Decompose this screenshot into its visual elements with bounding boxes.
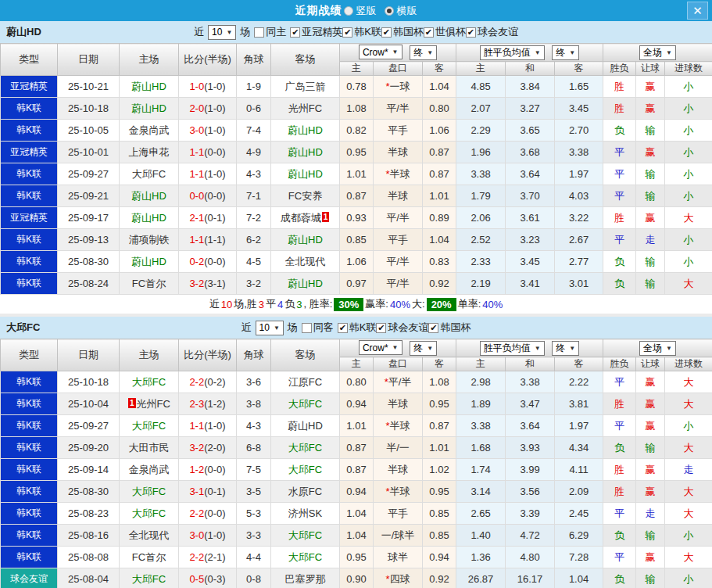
- cell-asian-away-odds: 0.95: [423, 393, 456, 415]
- cell-euro-away-odds: 2.45: [555, 503, 603, 525]
- cell-asian-handicap: 一/球半: [374, 525, 423, 547]
- cell-home-team: 大邱FC: [120, 415, 179, 437]
- col-header-date: 日期: [58, 339, 120, 371]
- cell-away-team: 成都蓉城1: [271, 207, 340, 229]
- summary-bar: 近10场,胜3平4负3, 胜率:30%赢率:40%大:20%单率:40%: [0, 295, 712, 317]
- subcol-asian-handicap: 盘口: [374, 62, 423, 76]
- cell-asian-handicap: *四球: [374, 568, 423, 588]
- cell-asian-away-odds: 1.06: [423, 120, 456, 142]
- cell-away-team: 蔚山HD: [271, 273, 340, 295]
- competition-filter[interactable]: 亚冠精英: [290, 25, 342, 39]
- section-header: 大邱FC 近 10 场 同客 韩K联球会友谊韩国杯: [0, 317, 712, 339]
- layout-radio-vertical[interactable]: 竖版: [342, 4, 377, 18]
- competition-filter-group: 韩K联球会友谊韩国杯: [338, 321, 471, 335]
- cell-corners: 0-8: [237, 568, 271, 588]
- subcol-wdl: 胜负: [603, 62, 636, 76]
- competition-filter[interactable]: 球会友谊: [376, 321, 428, 335]
- radio-checked-icon[interactable]: [385, 6, 394, 16]
- cell-corners: 6-2: [237, 229, 271, 251]
- competition-filter[interactable]: 韩K联: [342, 25, 381, 39]
- cell-wdl-result: 胜: [603, 76, 636, 98]
- team-name: 蔚山HD: [6, 25, 41, 39]
- cell-asian-handicap: 平/半: [374, 98, 423, 120]
- cell-euro-away-odds: 6.29: [555, 525, 603, 547]
- cell-wdl-result: 平: [603, 547, 636, 568]
- matches-label: 场: [240, 25, 250, 39]
- cell-score: 1-1(1-1): [179, 229, 237, 251]
- cell-asian-home-odds: 0.94: [340, 481, 374, 503]
- cell-corners: 3-5: [237, 481, 271, 503]
- cell-handicap-result: 输: [636, 525, 665, 547]
- radio-unchecked-icon[interactable]: [344, 6, 353, 16]
- cell-home-team: 金泉尚武: [120, 459, 179, 481]
- asian-final-select[interactable]: 终: [410, 45, 437, 60]
- cell-goals-result: 大: [665, 393, 712, 415]
- competition-filter[interactable]: 韩国杯: [381, 25, 424, 39]
- competition-filter[interactable]: 球会友谊: [466, 25, 518, 39]
- subcol-euro-home: 主: [456, 62, 506, 76]
- cell-asian-home-odds: 0.87: [340, 437, 374, 459]
- euro-final-select[interactable]: 终: [552, 341, 579, 356]
- cell-date: 25-08-30: [58, 251, 120, 273]
- match-count-select[interactable]: 10: [256, 321, 284, 335]
- cell-asian-home-odds: 1.06: [340, 251, 374, 273]
- same-venue-filter[interactable]: 同主: [254, 25, 286, 39]
- cell-euro-home-odds: 2.98: [456, 371, 506, 393]
- cell-asian-handicap: 平手: [374, 120, 423, 142]
- euro-final-select[interactable]: 终: [552, 45, 579, 60]
- euro-odds-select[interactable]: 胜平负均值: [480, 341, 545, 356]
- cell-home-team: 1光州FC: [120, 393, 179, 415]
- cell-goals-result: 小: [665, 568, 712, 588]
- cell-date: 25-09-14: [58, 459, 120, 481]
- cell-euro-draw-odds: 3.70: [506, 185, 555, 207]
- cell-away-team: 大邱FC: [271, 459, 340, 481]
- cell-away-team: FC安养: [271, 185, 340, 207]
- cell-euro-away-odds: 4.34: [555, 437, 603, 459]
- competition-label: 世俱杯: [435, 25, 466, 39]
- cell-asian-away-odds: 0.94: [423, 547, 456, 568]
- scope-select[interactable]: 全场: [639, 341, 676, 356]
- checkbox-unchecked-icon: [302, 323, 312, 333]
- bookmaker-select[interactable]: Crow*: [359, 45, 403, 59]
- cell-score: 1-2(0-0): [179, 459, 237, 481]
- subcol-asian-away: 客: [423, 62, 456, 76]
- same-venue-filter[interactable]: 同客: [302, 321, 334, 335]
- cell-score: 3-0(1-0): [179, 525, 237, 547]
- bookmaker-select[interactable]: Crow*: [359, 340, 403, 355]
- checkbox-checked-icon: [381, 27, 392, 38]
- cell-handicap-result: 赢: [636, 393, 665, 415]
- match-row: 韩K联25-10-05金泉尚武3-0(1-0)7-4蔚山HD0.82平手1.06…: [1, 120, 712, 142]
- checkbox-checked-icon: [466, 27, 476, 38]
- cell-home-team: 蔚山HD: [120, 98, 179, 120]
- cell-corners: 7-4: [237, 120, 271, 142]
- competition-label: 韩国杯: [393, 25, 424, 39]
- col-header-home: 主场: [120, 44, 179, 76]
- cell-goals-result: 大: [665, 437, 712, 459]
- cell-euro-draw-odds: 3.61: [506, 207, 555, 229]
- competition-filter[interactable]: 世俱杯: [424, 25, 466, 39]
- close-button[interactable]: [687, 2, 708, 20]
- cell-euro-away-odds: 4.11: [555, 459, 603, 481]
- col-header-date: 日期: [58, 44, 120, 76]
- cell-asian-away-odds: 0.92: [423, 273, 456, 295]
- asian-final-select[interactable]: 终: [410, 341, 437, 356]
- cell-asian-home-odds: 0.97: [340, 273, 374, 295]
- col-header-corners: 角球: [237, 44, 271, 76]
- cell-euro-away-odds: 2.67: [555, 229, 603, 251]
- euro-odds-select[interactable]: 胜平负均值: [480, 45, 545, 60]
- layout-radio-horizontal[interactable]: 横版: [383, 4, 417, 18]
- cell-euro-away-odds: 4.03: [555, 185, 603, 207]
- cell-score: 2-2(0-0): [179, 503, 237, 525]
- competition-filter[interactable]: 韩K联: [338, 321, 377, 335]
- window-title: 近期战绩: [295, 4, 342, 18]
- match-count-select[interactable]: 10: [208, 25, 236, 40]
- summary-text: , 胜率:: [303, 297, 332, 311]
- cell-wdl-result: 平: [603, 371, 636, 393]
- scope-select[interactable]: 全场: [639, 45, 676, 60]
- cell-asian-away-odds: 0.80: [423, 98, 456, 120]
- cell-wdl-result: 平: [603, 229, 636, 251]
- cell-home-team: 大邱FC: [120, 163, 179, 185]
- cell-euro-home-odds: 1.40: [456, 525, 506, 547]
- cell-euro-home-odds: 1.68: [456, 437, 506, 459]
- competition-filter[interactable]: 韩国杯: [428, 321, 470, 335]
